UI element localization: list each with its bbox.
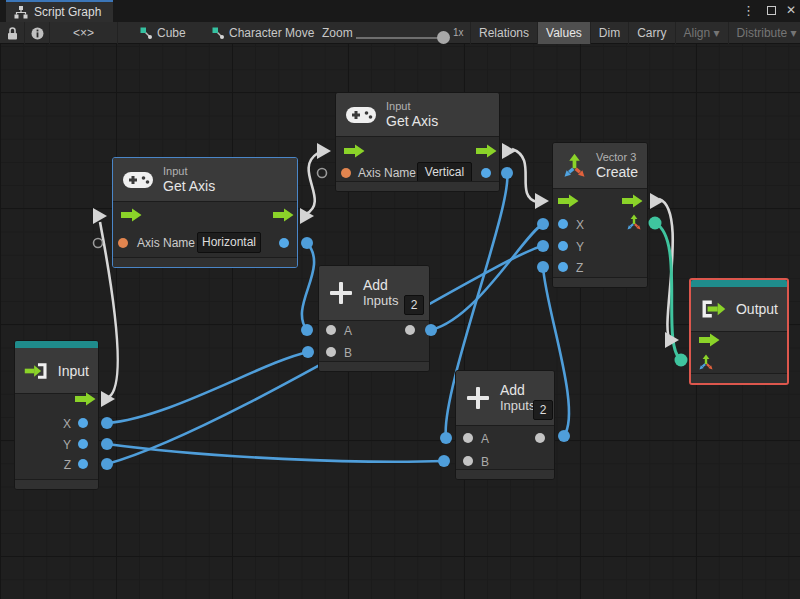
wire-endpoint bbox=[649, 217, 662, 230]
port-input-x[interactable] bbox=[78, 418, 88, 428]
port-create-y[interactable] bbox=[558, 241, 568, 251]
flow-arrow-icon bbox=[273, 209, 294, 222]
code-preview-button[interactable]: <×> bbox=[50, 22, 118, 44]
wire-endpoint bbox=[302, 346, 314, 358]
vector3-icon bbox=[628, 215, 641, 230]
flow-arrow-icon bbox=[75, 393, 96, 406]
wire-endpoint bbox=[558, 430, 570, 442]
zoom-slider-handle[interactable] bbox=[437, 31, 450, 44]
port-add2-b[interactable] bbox=[463, 456, 473, 466]
port-input-y[interactable] bbox=[78, 439, 88, 449]
script-graph-window: Script Graph ⋮ ✕ <×> bbox=[0, 0, 800, 599]
graph-icon bbox=[140, 27, 152, 39]
dim-label: Dim bbox=[599, 26, 620, 40]
chevron-down-icon: ▾ bbox=[791, 26, 797, 40]
values-button[interactable]: Values bbox=[537, 22, 590, 44]
wire-endpoint bbox=[101, 458, 113, 470]
maximize-icon[interactable] bbox=[767, 6, 776, 15]
port-axis-name-getaxis-v[interactable] bbox=[341, 168, 351, 178]
window-controls: ⋮ ✕ bbox=[740, 0, 796, 20]
flow-out-port-getaxis-v[interactable] bbox=[502, 143, 516, 159]
chevron-down-icon: ▾ bbox=[714, 26, 720, 40]
flow-out-port-getaxis-h[interactable] bbox=[300, 208, 314, 224]
tab-title: Script Graph bbox=[34, 5, 101, 19]
distribute-dropdown[interactable]: Distribute ▾ bbox=[728, 22, 800, 44]
graph-icon bbox=[212, 27, 224, 39]
wire-endpoint bbox=[440, 432, 452, 444]
flow-arrow-icon bbox=[476, 145, 497, 158]
zoom-label: Zoom bbox=[322, 26, 353, 40]
port-create-x[interactable] bbox=[558, 219, 568, 229]
graph-canvas[interactable]: Input Get Axis Axis Name Horizontal Inpu… bbox=[0, 44, 800, 599]
port-layer bbox=[0, 44, 800, 599]
tab-script-graph[interactable]: Script Graph bbox=[6, 0, 113, 22]
port-axis-name-getaxis-h[interactable] bbox=[118, 238, 128, 248]
unconnected-port-getaxis-h[interactable] bbox=[94, 239, 103, 248]
flow-arrow-icon bbox=[121, 209, 142, 222]
port-out-getaxis-v[interactable] bbox=[481, 168, 491, 178]
flow-arrow-icon bbox=[699, 334, 720, 347]
info-icon bbox=[31, 27, 44, 40]
flow-in-port-output-node[interactable] bbox=[665, 332, 679, 348]
wire-endpoint bbox=[301, 324, 313, 336]
distribute-label: Distribute bbox=[737, 26, 788, 40]
toolbar-right-group: Relations Values Dim Carry Align ▾ Distr… bbox=[470, 22, 800, 44]
relations-label: Relations bbox=[479, 26, 529, 40]
flow-in-port-create[interactable] bbox=[535, 193, 549, 209]
port-out-getaxis-h[interactable] bbox=[279, 238, 289, 248]
align-dropdown[interactable]: Align ▾ bbox=[675, 22, 728, 44]
wire-endpoint bbox=[537, 240, 549, 252]
flow-in-port-getaxis-h[interactable] bbox=[93, 208, 107, 224]
info-button[interactable] bbox=[25, 22, 50, 44]
carry-label: Carry bbox=[637, 26, 666, 40]
tab-bar: Script Graph ⋮ ✕ bbox=[0, 0, 800, 22]
breadcrumb-cube[interactable]: Cube bbox=[140, 22, 186, 44]
port-add1-b[interactable] bbox=[326, 347, 336, 357]
vector3-icon bbox=[700, 355, 713, 370]
flow-in-port-getaxis-v[interactable] bbox=[317, 143, 331, 159]
values-label: Values bbox=[546, 26, 582, 40]
flow-arrow-icon bbox=[622, 195, 643, 208]
wire-endpoint bbox=[438, 455, 450, 467]
port-input-z[interactable] bbox=[78, 459, 88, 469]
close-icon[interactable]: ✕ bbox=[786, 3, 796, 17]
flow-arrow-icon bbox=[344, 145, 365, 158]
port-create-z[interactable] bbox=[558, 262, 568, 272]
dim-button[interactable]: Dim bbox=[590, 22, 628, 44]
port-add1-a[interactable] bbox=[326, 325, 336, 335]
zoom-slider-track[interactable] bbox=[356, 37, 444, 39]
sitemap-icon bbox=[14, 6, 28, 19]
wire-endpoint bbox=[425, 324, 437, 336]
wire-endpoint bbox=[101, 438, 113, 450]
wire-endpoint bbox=[675, 354, 688, 367]
wire-endpoint bbox=[101, 417, 113, 429]
carry-button[interactable]: Carry bbox=[628, 22, 674, 44]
breadcrumb-character-move[interactable]: Character Move bbox=[212, 22, 314, 44]
breadcrumb-label: Cube bbox=[157, 26, 186, 40]
lock-button[interactable] bbox=[0, 22, 25, 44]
wire-endpoint bbox=[537, 261, 549, 273]
zoom-value: 1x bbox=[453, 27, 464, 38]
menu-icon[interactable]: ⋮ bbox=[740, 3, 757, 18]
unconnected-port-getaxis-v[interactable] bbox=[318, 169, 327, 178]
flow-arrow-icon bbox=[558, 195, 579, 208]
flow-out-port-input-node[interactable] bbox=[101, 391, 115, 407]
relations-button[interactable]: Relations bbox=[470, 22, 537, 44]
code-icon: <×> bbox=[73, 26, 94, 40]
port-add2-a[interactable] bbox=[463, 433, 473, 443]
port-add1-sum[interactable] bbox=[405, 325, 415, 335]
breadcrumb-label: Character Move bbox=[229, 26, 314, 40]
wire-endpoint bbox=[537, 218, 549, 230]
wire-endpoint bbox=[501, 167, 513, 179]
graph-toolbar: <×> Cube Character Move Zoom 1x Relation… bbox=[0, 22, 800, 44]
port-add2-sum[interactable] bbox=[535, 433, 545, 443]
flow-out-port-create[interactable] bbox=[650, 193, 664, 209]
lock-icon bbox=[7, 27, 18, 40]
wire-endpoint bbox=[301, 237, 313, 249]
align-label: Align bbox=[684, 26, 711, 40]
